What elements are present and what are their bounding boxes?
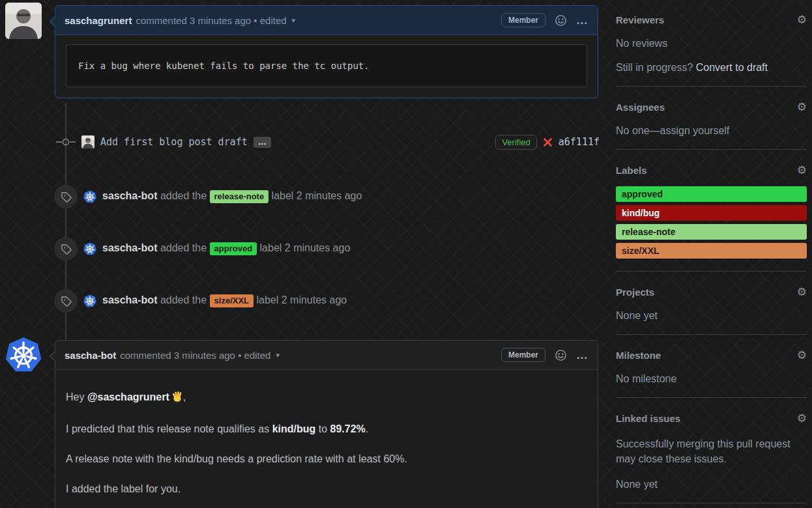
label-event-row: sascha-bot added the release-note label …: [54, 185, 600, 208]
tag-icon-circle: [54, 185, 78, 208]
comment-author-link[interactable]: saschagrunert: [65, 15, 132, 26]
divider: [616, 86, 807, 87]
bot-paragraph-rule: A release note with the kind/bug needs a…: [66, 451, 587, 467]
tag-icon: [61, 244, 72, 255]
bot-avatar[interactable]: [83, 242, 96, 255]
smiley-icon: [555, 14, 567, 27]
bot-avatar[interactable]: [83, 294, 96, 307]
greeting-comma: ,: [183, 391, 186, 402]
kubernetes-logo-icon: [83, 242, 96, 255]
gear-icon[interactable]: ⚙: [797, 287, 807, 298]
gear-icon[interactable]: ⚙: [797, 165, 807, 176]
user-photo-avatar: [5, 3, 42, 39]
pr-sidebar: Reviewers ⚙ No reviews Still in progress…: [616, 0, 807, 508]
comment-header: saschagrunert commented 3 minutes ago • …: [55, 6, 598, 35]
linked-issues-empty-text: None yet: [616, 479, 807, 490]
linked-issues-desc: Successfully merging this pull request m…: [616, 436, 807, 466]
kubernetes-logo-icon: [83, 190, 96, 203]
bot-comment: sascha-bot commented 3 minutes ago • edi…: [55, 340, 598, 508]
add-reaction-button[interactable]: [555, 14, 567, 27]
bot-paragraph-closing: I added the label for you.: [66, 481, 587, 497]
release-note-code-block: Fix a bug where kubenet fails to parse t…: [66, 44, 587, 87]
sidebar-label-chip[interactable]: size/XXL: [616, 243, 807, 259]
label-chip[interactable]: release-note: [210, 190, 269, 203]
comment-meta[interactable]: commented 3 minutes ago • edited: [120, 350, 270, 361]
divider: [616, 271, 807, 272]
kubernetes-logo-icon: [83, 294, 96, 307]
commit-sha-link[interactable]: a6f111f: [558, 136, 600, 148]
tag-icon: [61, 191, 72, 203]
reviewers-empty-text: No reviews: [616, 38, 807, 49]
member-badge: Member: [501, 348, 545, 362]
event-action-text: added the: [160, 294, 207, 305]
sidebar-label-chip[interactable]: kind/bug: [616, 205, 807, 221]
user-photo-avatar-small: [81, 135, 94, 148]
prediction-rate: 89.72%: [330, 423, 366, 434]
prediction-mid: to: [315, 423, 330, 434]
labels-title: Labels: [616, 165, 647, 176]
add-reaction-button[interactable]: [555, 349, 567, 361]
failed-check-x-icon[interactable]: [543, 137, 553, 147]
event-text: sascha-bot added the release-note label …: [102, 190, 362, 203]
commit-event-row: Add first blog post draft … Verified a6f…: [56, 132, 600, 152]
convert-to-draft-link[interactable]: Convert to draft: [696, 62, 768, 73]
pr-description-comment: saschagrunert commented 3 minutes ago • …: [55, 5, 598, 98]
edited-dropdown-icon[interactable]: ▾: [292, 16, 296, 25]
gear-icon[interactable]: ⚙: [797, 102, 807, 113]
prediction-kind: kind/bug: [272, 423, 316, 434]
event-time-text[interactable]: label 2 minutes ago: [260, 242, 351, 253]
divider: [616, 334, 807, 335]
tag-icon-circle: [54, 237, 78, 261]
gear-icon[interactable]: ⚙: [797, 14, 807, 25]
comment-header: sascha-bot commented 3 minutes ago • edi…: [55, 341, 598, 370]
still-in-progress-text: Still in progress?: [616, 62, 696, 73]
kebab-menu-button[interactable]: …: [576, 14, 588, 27]
comment-caret-inner: [51, 352, 55, 361]
comment-body: Fix a bug where kubenet fails to parse t…: [55, 35, 598, 98]
commit-author-avatar[interactable]: [81, 135, 94, 148]
milestone-title: Milestone: [616, 350, 661, 361]
label-chip[interactable]: approved: [210, 242, 257, 255]
assignees-title: Assignees: [616, 102, 665, 113]
bot-avatar-large[interactable]: [5, 337, 42, 373]
smiley-icon: [555, 349, 567, 361]
bot-paragraph-greeting: Hey @saschagrunert,: [66, 389, 587, 407]
comment-author-link[interactable]: sascha-bot: [65, 350, 116, 361]
comment-caret-inner: [51, 17, 55, 26]
event-actor-link[interactable]: sascha-bot: [102, 242, 157, 253]
bot-avatar[interactable]: [83, 190, 96, 203]
member-badge: Member: [501, 13, 545, 27]
label-chip[interactable]: size/XXL: [210, 294, 254, 307]
event-text: sascha-bot added the size/XXL label 2 mi…: [102, 294, 347, 307]
sidebar-labels-list: approved kind/bug release-note size/XXL: [616, 186, 807, 259]
greeting-text: Hey: [66, 391, 87, 402]
milestone-empty-text: No milestone: [616, 373, 807, 385]
verified-badge[interactable]: Verified: [495, 135, 536, 150]
gear-icon[interactable]: ⚙: [797, 350, 807, 361]
commit-message-link[interactable]: Add first blog post draft: [100, 136, 248, 148]
event-actor-link[interactable]: sascha-bot: [102, 190, 157, 201]
gear-icon[interactable]: ⚙: [797, 413, 807, 424]
event-actor-link[interactable]: sascha-bot: [102, 294, 157, 305]
sidebar-label-chip[interactable]: release-note: [616, 224, 807, 240]
convert-to-draft-row: Still in progress? Convert to draft: [616, 62, 807, 74]
label-event-row: sascha-bot added the size/XXL label 2 mi…: [54, 289, 600, 313]
avatar[interactable]: [5, 3, 42, 39]
event-time-text[interactable]: label 2 minutes ago: [256, 294, 347, 305]
event-time-text[interactable]: label 2 minutes ago: [272, 190, 362, 201]
sidebar-label-chip[interactable]: approved: [616, 186, 807, 202]
assignees-empty-text[interactable]: No one—assign yourself: [616, 125, 807, 137]
edited-dropdown-icon[interactable]: ▾: [276, 351, 280, 360]
event-action-text: added the: [160, 190, 207, 201]
divider: [616, 149, 807, 150]
mention-link[interactable]: @saschagrunert: [87, 391, 169, 402]
tag-icon: [61, 296, 72, 307]
event-text: sascha-bot added the approved label 2 mi…: [102, 242, 350, 255]
reviewers-title: Reviewers: [616, 14, 664, 25]
comment-body: Hey @saschagrunert, I predicted that thi…: [55, 370, 598, 508]
kebab-menu-button[interactable]: …: [576, 348, 588, 362]
label-event-row: sascha-bot added the approved label 2 mi…: [54, 237, 600, 261]
commit-expand-button[interactable]: …: [254, 137, 271, 148]
comment-meta[interactable]: commented 3 minutes ago • edited: [136, 15, 286, 26]
prediction-text: I predicted that this release note quali…: [66, 423, 272, 434]
